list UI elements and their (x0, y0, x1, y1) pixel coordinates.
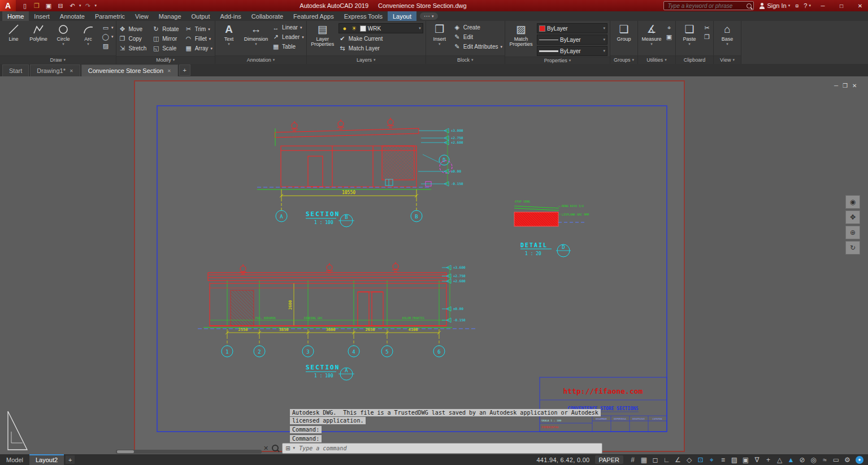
add-layout-button[interactable]: + (66, 455, 75, 464)
block-panel-label[interactable]: Block▾ (426, 55, 505, 64)
file-tab-close-icon[interactable]: ✕ (70, 68, 73, 74)
file-tab-convenience-store-section[interactable]: Convenience Store Section ✕ (81, 64, 178, 76)
grid-display-icon[interactable]: # (627, 455, 638, 464)
layer-properties-button[interactable]: ▤ Layer Properties (309, 21, 336, 48)
copy-button[interactable]: ❐Copy (119, 35, 147, 43)
circle-button[interactable]: Circle ▾ (52, 21, 75, 46)
draw-panel-label[interactable]: Draw▾ (0, 55, 116, 64)
layout2-tab[interactable]: Layout2 (29, 454, 64, 465)
linetype-dropdown[interactable]: ByLayer ▾ (537, 35, 607, 45)
array-button[interactable]: ▦Array▾ (185, 44, 212, 53)
edit-block-button[interactable]: ✎Edit (453, 33, 502, 41)
rectangle-caret-icon[interactable]: ▾ (111, 25, 114, 30)
edit-attributes-button[interactable]: ✎Edit Attributes▾ (453, 42, 502, 51)
infer-constraints-icon[interactable]: ◻ (650, 455, 661, 464)
tab-add-ins[interactable]: Add-ins (215, 11, 246, 21)
polyline-button[interactable]: Polyline (27, 21, 50, 42)
redo-icon[interactable]: ↷ (83, 1, 93, 10)
tab-output[interactable]: Output (186, 11, 215, 21)
utilities-panel-label[interactable]: Utilities▾ (638, 55, 675, 64)
polar-tracking-icon[interactable]: ∠ (672, 455, 683, 464)
command-recent-caret-icon[interactable]: ▾ (293, 446, 296, 450)
orbit-icon[interactable]: ↻ (845, 241, 860, 255)
properties-panel-label[interactable]: Properties▾ (505, 57, 610, 64)
lock-ui-icon[interactable]: ⊘ (797, 455, 808, 464)
hatch-tool-icon[interactable]: ▨ (102, 42, 110, 50)
command-customize-icon[interactable]: ⊞ (285, 445, 290, 451)
save-icon[interactable]: ▣ (44, 1, 54, 10)
id-point-icon[interactable]: ⌖ (665, 24, 673, 32)
new-drawing-tab-button[interactable]: + (179, 64, 190, 76)
tab-annotate[interactable]: Annotate (55, 11, 90, 21)
dynamic-ucs-icon[interactable]: ∇ (752, 455, 762, 464)
ribbon-options-button[interactable]: ⋯ ▾ (420, 12, 438, 20)
drawing-area[interactable]: 10550 A B +3.000 +2.750 +2.600 ±0.00 -0.… (0, 76, 868, 454)
measure-button[interactable]: ∡ Measure ▾ (640, 21, 663, 46)
match-layer-button[interactable]: ⇆Match Layer (338, 44, 423, 53)
undo-caret-icon[interactable]: ▾ (79, 3, 81, 8)
rotate-button[interactable]: ↻Rotate (152, 25, 179, 33)
feedback-icon[interactable]: ● (856, 456, 863, 464)
annotation-panel-label[interactable]: Annotation▾ (215, 55, 306, 64)
minimize-button[interactable]: ─ (816, 0, 830, 11)
command-search-icon[interactable] (272, 445, 279, 451)
table-button[interactable]: ▦Table (272, 42, 304, 51)
object-color-dropdown[interactable]: ByLayer ▾ (537, 23, 607, 33)
groups-panel-label[interactable]: Groups▾ (610, 55, 637, 64)
transparency-icon[interactable]: ▨ (729, 455, 740, 464)
app-store-icon[interactable]: ¤ (795, 2, 798, 9)
move-button[interactable]: ✥Move (119, 25, 147, 33)
command-input-bar[interactable]: ⊞ ▾ (282, 443, 602, 454)
object-snap-icon[interactable]: ⊡ (695, 455, 706, 464)
annotation-scale-icon[interactable]: ▲ (785, 455, 796, 464)
lineweight-dropdown[interactable]: ByLayer ▾ (537, 46, 607, 56)
search-icon[interactable] (747, 3, 752, 8)
fillet-button[interactable]: ◠Fillet▾ (185, 35, 212, 43)
lineweight-display-icon[interactable]: ≡ (718, 455, 728, 464)
trim-button[interactable]: ✂Trim▾ (185, 25, 212, 33)
view-panel-label[interactable]: View▾ (714, 55, 741, 64)
autocad-logo-icon[interactable]: A (0, 0, 16, 11)
ortho-mode-icon[interactable]: ∟ (661, 455, 672, 464)
tab-parametric[interactable]: Parametric (90, 11, 130, 21)
paper-space-toggle[interactable]: PAPER (595, 455, 623, 464)
isolate-objects-icon[interactable]: ◎ (808, 455, 819, 464)
create-block-button[interactable]: ◈Create (453, 23, 502, 32)
help-button[interactable]: ? ▾ (804, 2, 811, 9)
text-button[interactable]: A Text ▾ (218, 21, 240, 46)
zoom-icon[interactable]: ⊕ (845, 226, 860, 239)
clean-screen-icon[interactable]: ▭ (831, 455, 841, 464)
quick-select-icon[interactable]: ▣ (665, 33, 673, 41)
make-current-button[interactable]: ✔Make Current (338, 35, 423, 43)
graphics-performance-icon[interactable]: ≈ (819, 455, 830, 464)
maximize-button[interactable]: □ (835, 0, 848, 11)
insert-button[interactable]: ❒ Insert ▾ (428, 21, 451, 46)
layers-panel-label[interactable]: Layers▾ (307, 55, 426, 64)
tab-view[interactable]: View (130, 11, 154, 21)
doc-restore-icon[interactable]: ❐ (843, 83, 848, 89)
mirror-button[interactable]: ◫Mirror (152, 35, 179, 43)
group-button[interactable]: ❏ Group (613, 21, 635, 42)
customization-gear-icon[interactable]: ⚙ (842, 455, 853, 464)
file-tab-close-icon[interactable]: ✕ (167, 68, 171, 74)
command-input[interactable] (298, 445, 599, 452)
close-button[interactable]: ✕ (853, 0, 867, 11)
sign-in-button[interactable]: Sign In ▾ (759, 2, 790, 9)
file-tab-start[interactable]: Start (2, 64, 29, 76)
scrollbar-thumb[interactable] (117, 450, 134, 453)
qat-more-icon[interactable]: ▾ (95, 3, 97, 8)
linear-button[interactable]: ↔Linear▾ (272, 23, 304, 32)
object-snap-tracking-icon[interactable]: ⌖ (706, 455, 717, 464)
snap-mode-icon[interactable]: ▦ (639, 455, 649, 464)
modify-panel-label[interactable]: Modify▾ (116, 56, 215, 64)
copy-clip-icon[interactable]: ❐ (703, 33, 711, 41)
plot-icon[interactable]: ⊟ (55, 1, 66, 10)
base-view-button[interactable]: ⌂ Base ▾ (716, 21, 739, 46)
steering-wheel-icon[interactable]: ◉ (845, 195, 860, 209)
ellipse-caret-icon[interactable]: ▾ (111, 35, 114, 39)
file-tab-drawing1[interactable]: Drawing1* ✕ (30, 64, 80, 76)
tab-collaborate[interactable]: Collaborate (246, 11, 288, 21)
pan-icon[interactable]: ✥ (845, 210, 860, 224)
rectangle-tool-icon[interactable]: ▭ (102, 24, 110, 32)
new-file-icon[interactable]: ▯ (20, 1, 30, 10)
